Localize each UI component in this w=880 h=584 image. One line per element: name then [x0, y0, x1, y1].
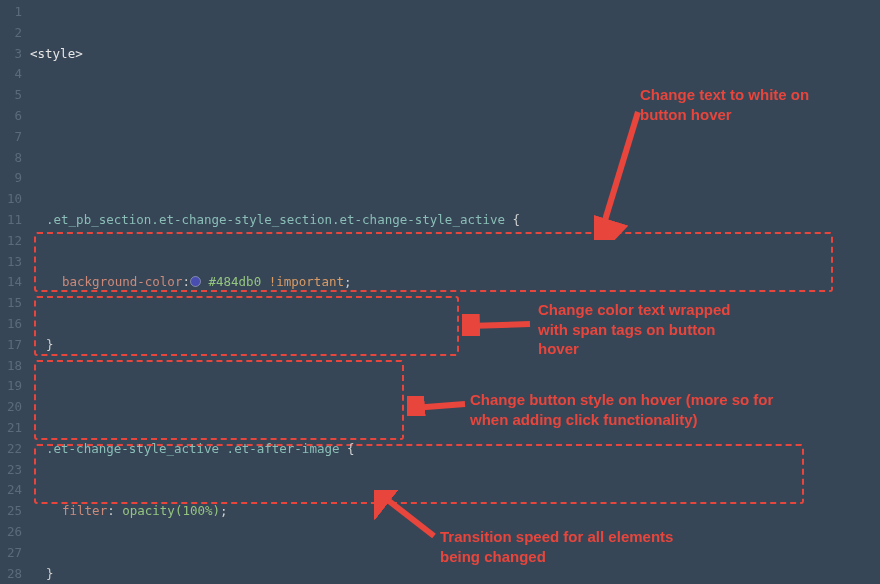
- line-number: 16: [0, 314, 30, 335]
- css-property: background-color: [62, 274, 182, 289]
- line-number: 23: [0, 460, 30, 481]
- line-number: 19: [0, 376, 30, 397]
- line-number: 21: [0, 418, 30, 439]
- line-number: 18: [0, 356, 30, 377]
- line-number: 4: [0, 64, 30, 85]
- annotation-label-1: Change text to white on button hover: [640, 85, 850, 124]
- line-number: 20: [0, 397, 30, 418]
- line-number: 24: [0, 480, 30, 501]
- line-number: 13: [0, 252, 30, 273]
- arrow-icon: [374, 490, 444, 540]
- color-swatch-icon: [190, 276, 201, 287]
- css-selector: .et_pb_section.et-change-style_section.e…: [46, 212, 505, 227]
- svg-point-0: [190, 277, 200, 287]
- line-number: 25: [0, 501, 30, 522]
- arrow-icon: [462, 314, 532, 336]
- line-number: 1: [0, 2, 30, 23]
- line-number: 27: [0, 543, 30, 564]
- line-gutter: 1234567891011121314151617181920212223242…: [0, 0, 30, 584]
- line-number: 22: [0, 439, 30, 460]
- line-number: 17: [0, 335, 30, 356]
- line-number: 8: [0, 148, 30, 169]
- arrow-icon: [407, 396, 467, 416]
- annotation-label-3: Change button style on hover (more so fo…: [470, 390, 800, 429]
- css-property: filter: [62, 503, 107, 518]
- arrow-icon: [594, 110, 654, 240]
- line-number: 28: [0, 564, 30, 584]
- css-selector: .et-change-style_active .et-after-image: [46, 441, 340, 456]
- line-number: 26: [0, 522, 30, 543]
- line-number: 12: [0, 231, 30, 252]
- line-number: 9: [0, 168, 30, 189]
- annotation-label-4: Transition speed for all elements being …: [440, 527, 690, 566]
- line-number: 15: [0, 293, 30, 314]
- style-open-tag: <style>: [30, 46, 83, 61]
- line-number: 3: [0, 44, 30, 65]
- line-number: 7: [0, 127, 30, 148]
- line-number: 14: [0, 272, 30, 293]
- line-number: 10: [0, 189, 30, 210]
- line-number: 11: [0, 210, 30, 231]
- line-number: 5: [0, 85, 30, 106]
- line-number: 2: [0, 23, 30, 44]
- annotation-label-2: Change color text wrapped with span tags…: [538, 300, 738, 359]
- line-number: 6: [0, 106, 30, 127]
